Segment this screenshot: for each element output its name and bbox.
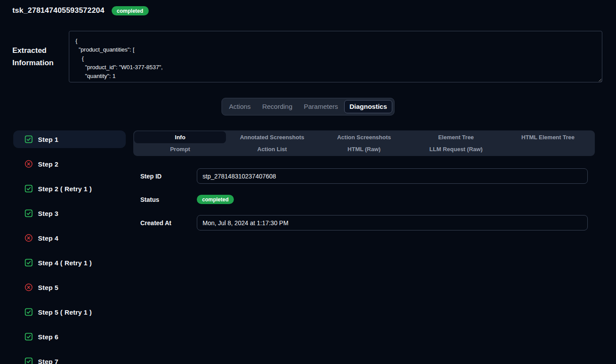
diagnostics-tab-action-list[interactable]: Action List	[226, 143, 318, 155]
diagnostics-tab-html-element-tree[interactable]: HTML Element Tree	[502, 131, 594, 143]
step-item-step-5[interactable]: Step 5	[13, 279, 126, 296]
step-item-step-2-retry-1[interactable]: Step 2 ( Retry 1 )	[13, 180, 126, 197]
tab-parameters[interactable]: Parameters	[299, 100, 344, 113]
created-at-input[interactable]	[197, 215, 588, 230]
check-square-icon	[25, 259, 33, 267]
diagnostics-tab-llm-request-raw[interactable]: LLM Request (Raw)	[410, 143, 502, 155]
step-item-step-6[interactable]: Step 6	[13, 328, 126, 345]
content: Step 1Step 2Step 2 ( Retry 1 )Step 3Step…	[0, 115, 616, 364]
step-label: Step 5	[38, 284, 58, 291]
status-label: Status	[140, 196, 197, 203]
step-label: Step 2 ( Retry 1 )	[38, 185, 92, 193]
main-tabs-wrap: ActionsRecordingParametersDiagnostics	[0, 98, 616, 115]
extracted-information-label: Extracted Information	[12, 45, 69, 69]
step-label: Step 4 ( Retry 1 )	[38, 259, 92, 267]
task-id-title: tsk_278147405593572204	[12, 6, 105, 15]
step-info-form: Step ID Status completed Created At	[133, 168, 595, 230]
diagnostics-tab-prompt[interactable]: Prompt	[134, 143, 226, 155]
step-item-step-4[interactable]: Step 4	[13, 229, 126, 247]
step-item-step-2[interactable]: Step 2	[13, 155, 126, 173]
step-id-row: Step ID	[140, 168, 588, 184]
step-label: Step 1	[38, 136, 58, 143]
tab-recording[interactable]: Recording	[257, 100, 297, 113]
check-square-icon	[25, 333, 33, 341]
created-at-label: Created At	[140, 219, 197, 227]
error-circle-icon	[25, 160, 33, 168]
step-item-step-4-retry-1[interactable]: Step 4 ( Retry 1 )	[13, 254, 126, 271]
check-square-icon	[25, 308, 33, 316]
main-tab-bar: ActionsRecordingParametersDiagnostics	[222, 98, 394, 115]
tab-diagnostics[interactable]: Diagnostics	[344, 100, 392, 113]
step-label: Step 7	[38, 358, 58, 364]
diagnostics-tab-element-tree[interactable]: Element Tree	[410, 131, 502, 143]
check-square-icon	[25, 185, 33, 193]
step-label: Step 5 ( Retry 1 )	[38, 308, 92, 316]
step-label: Step 2	[38, 160, 58, 168]
error-circle-icon	[25, 234, 33, 242]
diagnostics-tab-action-screenshots[interactable]: Action Screenshots	[318, 131, 410, 143]
error-circle-icon	[25, 283, 33, 291]
status-row: Status completed	[140, 192, 588, 207]
step-label: Step 6	[38, 333, 58, 341]
steps-list: Step 1Step 2Step 2 ( Retry 1 )Step 3Step…	[13, 130, 126, 364]
diagnostics-panel: InfoAnnotated ScreenshotsAction Screensh…	[133, 130, 595, 238]
diagnostics-tab-html-raw[interactable]: HTML (Raw)	[318, 143, 410, 155]
tab-actions[interactable]: Actions	[224, 100, 256, 113]
step-label: Step 3	[38, 210, 58, 217]
task-status-badge: completed	[112, 6, 149, 15]
step-id-label: Step ID	[140, 173, 197, 180]
step-item-step-3[interactable]: Step 3	[13, 204, 126, 222]
step-label: Step 4	[38, 234, 58, 242]
step-item-step-5-retry-1[interactable]: Step 5 ( Retry 1 )	[13, 303, 126, 321]
check-square-icon	[25, 357, 33, 364]
header: tsk_278147405593572204 completed	[0, 0, 616, 19]
step-item-step-1[interactable]: Step 1	[13, 130, 126, 148]
check-square-icon	[25, 135, 33, 143]
check-square-icon	[25, 209, 33, 217]
extracted-information-textarea[interactable]: { "product_quantities": [ { "product_id"…	[69, 31, 602, 82]
extracted-information-section: Extracted Information { "product_quantit…	[0, 19, 616, 82]
diagnostics-tab-annotated-screenshots[interactable]: Annotated Screenshots	[226, 131, 318, 143]
step-status-badge: completed	[197, 195, 234, 204]
diagnostics-tab-bar: InfoAnnotated ScreenshotsAction Screensh…	[133, 130, 595, 156]
step-id-input[interactable]	[197, 168, 588, 184]
diagnostics-tab-info[interactable]: Info	[134, 131, 226, 143]
created-at-row: Created At	[140, 215, 588, 230]
step-item-step-7[interactable]: Step 7	[13, 353, 126, 364]
